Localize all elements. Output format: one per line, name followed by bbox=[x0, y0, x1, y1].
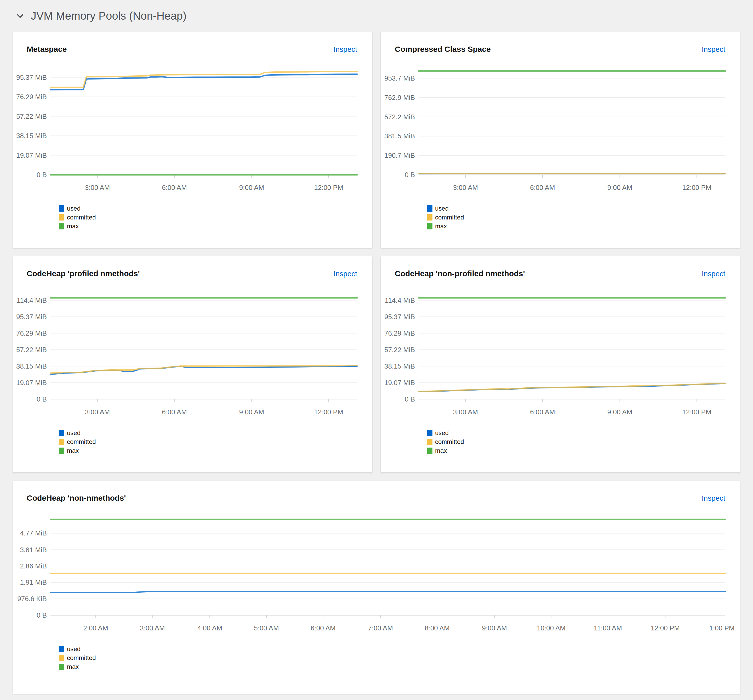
y-axis-tick-label: 57.22 MiB bbox=[16, 112, 47, 120]
chart-card-metaspace: Metaspace Inspect 95.37 MiB76.29 MiB57.2… bbox=[12, 32, 372, 248]
x-axis-tick-label: 6:00 AM bbox=[530, 408, 555, 416]
y-axis-tick-label: 76.29 MiB bbox=[16, 93, 47, 101]
legend-swatch-max bbox=[59, 448, 64, 454]
legend-item-max: max bbox=[59, 662, 741, 671]
legend-swatch-max bbox=[427, 448, 432, 454]
legend-label: committed bbox=[67, 438, 96, 445]
chart-card-codeheap-profiled: CodeHeap 'profiled nmethods' Inspect 114… bbox=[12, 256, 372, 472]
legend-item-max: max bbox=[59, 446, 372, 455]
section-toggle[interactable]: JVM Memory Pools (Non-Heap) bbox=[12, 0, 741, 32]
legend-swatch-used bbox=[427, 430, 432, 436]
chart-legend: usedcommittedmax bbox=[59, 428, 372, 468]
chart-legend: usedcommittedmax bbox=[427, 428, 741, 468]
y-axis-tick-label: 976.6 KiB bbox=[17, 595, 47, 603]
x-axis-tick-label: 12:00 PM bbox=[682, 184, 711, 192]
x-axis-tick-label: 9:00 AM bbox=[239, 184, 264, 192]
y-axis-tick-label: 572.2 MiB bbox=[384, 113, 415, 121]
y-axis-tick-label: 762.9 MiB bbox=[384, 94, 415, 102]
legend-label: committed bbox=[435, 214, 464, 221]
x-axis-tick-label: 12:00 PM bbox=[651, 624, 680, 632]
x-axis-tick-label: 7:00 AM bbox=[368, 624, 393, 632]
line-chart-svg: 953.7 MiB762.9 MiB572.2 MiB381.5 MiB190.… bbox=[381, 64, 741, 199]
chart-title: Compressed Class Space bbox=[395, 44, 491, 54]
y-axis-tick-label: 38.15 MiB bbox=[16, 362, 47, 370]
legend-item-used: used bbox=[59, 204, 372, 213]
legend-swatch-committed bbox=[59, 439, 64, 445]
legend-swatch-max bbox=[427, 223, 432, 230]
legend-label: max bbox=[67, 663, 79, 670]
legend-label: committed bbox=[67, 654, 96, 661]
y-axis-tick-label: 2.86 MiB bbox=[20, 562, 47, 570]
x-axis-tick-label: 1:00 PM bbox=[709, 624, 735, 632]
legend-item-used: used bbox=[59, 645, 741, 653]
chart-plot-compressed-class-space: 953.7 MiB762.9 MiB572.2 MiB381.5 MiB190.… bbox=[381, 64, 741, 199]
x-axis-tick-label: 9:00 AM bbox=[607, 408, 632, 416]
chart-title: CodeHeap 'profiled nmethods' bbox=[27, 269, 140, 278]
legend-swatch-used bbox=[59, 646, 64, 652]
legend-label: max bbox=[435, 447, 447, 455]
legend-label: used bbox=[67, 205, 81, 212]
y-axis-tick-label: 57.22 MiB bbox=[384, 346, 415, 354]
inspect-link[interactable]: Inspect bbox=[702, 45, 725, 54]
legend-label: committed bbox=[67, 214, 96, 221]
legend-label: used bbox=[435, 429, 449, 437]
y-axis-tick-label: 0 B bbox=[37, 611, 47, 619]
x-axis-tick-label: 6:00 AM bbox=[162, 184, 187, 192]
legend-label: used bbox=[435, 205, 449, 212]
legend-item-max: max bbox=[59, 222, 372, 231]
x-axis-tick-label: 12:00 PM bbox=[314, 408, 343, 416]
chart-card-compressed-class-space: Compressed Class Space Inspect 953.7 MiB… bbox=[381, 32, 741, 248]
x-axis-tick-label: 3:00 AM bbox=[85, 184, 110, 192]
chart-legend: usedcommittedmax bbox=[59, 645, 741, 684]
x-axis-tick-label: 3:00 AM bbox=[85, 408, 110, 416]
series-line-committed bbox=[419, 383, 725, 392]
chart-legend: usedcommittedmax bbox=[427, 204, 741, 244]
y-axis-tick-label: 0 B bbox=[405, 171, 415, 179]
x-axis-tick-label: 6:00 AM bbox=[530, 184, 555, 192]
x-axis-tick-label: 9:00 AM bbox=[239, 408, 264, 416]
legend-swatch-max bbox=[59, 223, 64, 230]
chart-title: Metaspace bbox=[27, 44, 67, 54]
x-axis-tick-label: 10:00 AM bbox=[537, 624, 566, 632]
chart-card-codeheap-non-profiled: CodeHeap 'non-profiled nmethods' Inspect… bbox=[381, 256, 741, 472]
y-axis-tick-label: 953.7 MiB bbox=[384, 74, 415, 82]
x-axis-tick-label: 12:00 PM bbox=[314, 184, 343, 192]
legend-swatch-committed bbox=[427, 214, 432, 220]
legend-item-used: used bbox=[427, 204, 741, 213]
chart-plot-metaspace: 95.37 MiB76.29 MiB57.22 MiB38.15 MiB19.0… bbox=[12, 64, 372, 199]
y-axis-tick-label: 1.91 MiB bbox=[20, 578, 47, 586]
x-axis-tick-label: 2:00 AM bbox=[83, 624, 108, 632]
legend-label: used bbox=[67, 645, 81, 653]
chart-plot-codeheap-non-profiled: 114.4 MiB95.37 MiB76.29 MiB57.22 MiB38.1… bbox=[381, 288, 741, 423]
y-axis-tick-label: 0 B bbox=[37, 395, 47, 403]
legend-label: max bbox=[67, 447, 79, 455]
x-axis-tick-label: 8:00 AM bbox=[425, 624, 449, 632]
legend-item-used: used bbox=[59, 428, 372, 438]
x-axis-tick-label: 5:00 AM bbox=[254, 624, 279, 632]
legend-swatch-committed bbox=[427, 439, 432, 445]
inspect-link[interactable]: Inspect bbox=[702, 270, 725, 278]
legend-swatch-committed bbox=[59, 655, 64, 661]
y-axis-tick-label: 190.7 MiB bbox=[384, 152, 415, 159]
legend-item-committed: committed bbox=[427, 213, 741, 222]
legend-item-used: used bbox=[427, 428, 741, 438]
inspect-link[interactable]: Inspect bbox=[334, 270, 357, 278]
x-axis-tick-label: 4:00 AM bbox=[197, 624, 222, 632]
y-axis-tick-label: 76.29 MiB bbox=[16, 329, 47, 337]
y-axis-tick-label: 95.37 MiB bbox=[384, 313, 415, 321]
legend-swatch-committed bbox=[59, 214, 64, 220]
series-line-used bbox=[50, 591, 725, 592]
line-chart-svg: 4.77 MiB3.81 MiB2.86 MiB1.91 MiB976.6 Ki… bbox=[12, 513, 741, 639]
inspect-link[interactable]: Inspect bbox=[334, 45, 357, 54]
legend-item-max: max bbox=[427, 446, 741, 455]
chart-legend: usedcommittedmax bbox=[59, 204, 372, 244]
x-axis-tick-label: 3:00 AM bbox=[140, 624, 165, 632]
y-axis-tick-label: 19.07 MiB bbox=[384, 379, 415, 387]
chart-plot-codeheap-profiled: 114.4 MiB95.37 MiB76.29 MiB57.22 MiB38.1… bbox=[12, 288, 372, 423]
section-title: JVM Memory Pools (Non-Heap) bbox=[31, 10, 186, 22]
inspect-link[interactable]: Inspect bbox=[702, 494, 725, 503]
y-axis-tick-label: 95.37 MiB bbox=[16, 73, 47, 81]
x-axis-tick-label: 3:00 AM bbox=[453, 408, 478, 416]
y-axis-tick-label: 0 B bbox=[405, 395, 415, 403]
x-axis-tick-label: 9:00 AM bbox=[607, 184, 632, 192]
